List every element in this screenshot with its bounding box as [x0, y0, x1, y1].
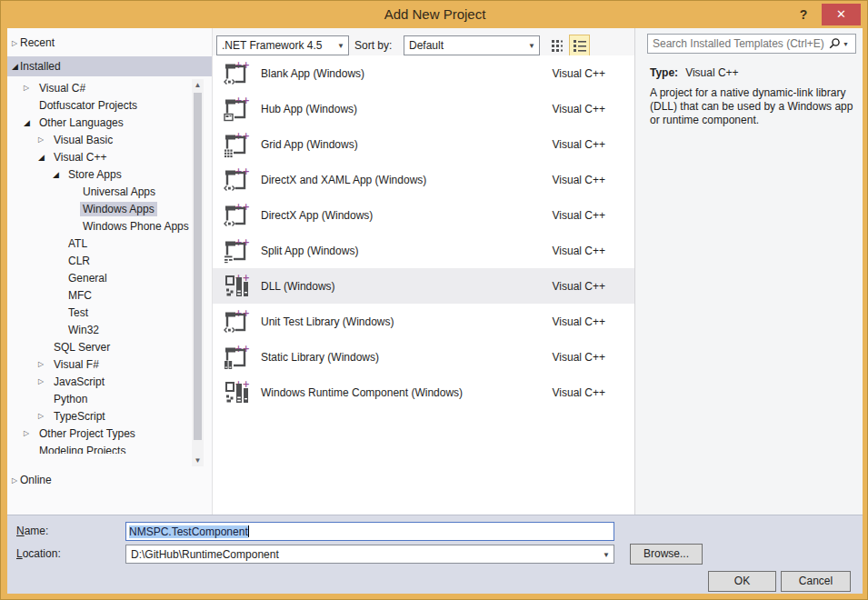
template-row[interactable]: ++ Split App (Windows)Visual C++: [213, 233, 634, 268]
template-row[interactable]: ++ Static Library (Windows)Visual C++: [213, 339, 634, 375]
chevron-down-icon: ▼: [337, 42, 344, 50]
template-name: Hub App (Windows): [261, 103, 553, 115]
collapse-arrow-icon[interactable]: ◢: [24, 118, 36, 127]
template-row[interactable]: ++ DirectX and XAML App (Windows)Visual …: [213, 162, 634, 197]
location-label: Location:: [16, 547, 61, 560]
sidebar-item-visual-basic[interactable]: ▷Visual Basic: [7, 131, 191, 148]
collapse-arrow-icon[interactable]: ◢: [53, 170, 65, 179]
template-language: Visual C++: [553, 315, 605, 328]
sidebar-item-javascript[interactable]: ▷JavaScript: [7, 373, 191, 390]
sidebar-item-online[interactable]: ▷ Online: [7, 471, 212, 489]
sidebar-item-label: Windows Phone Apps: [80, 219, 191, 234]
template-row[interactable]: ++ Unit Test Library (Windows)Visual C++: [213, 304, 634, 339]
expand-arrow-icon[interactable]: ▷: [38, 135, 51, 144]
template-row[interactable]: ++ Windows Runtime Component (Windows)Vi…: [213, 375, 634, 410]
sidebar-item-label: Store Apps: [65, 167, 125, 182]
sidebar-item-test[interactable]: Test: [7, 304, 191, 321]
sidebar-item-universal-apps[interactable]: Universal Apps: [7, 183, 191, 200]
sidebar-item-recent[interactable]: ▷ Recent: [7, 34, 212, 52]
sidebar-item-atl[interactable]: ATL: [7, 235, 191, 252]
framework-dropdown[interactable]: .NET Framework 4.5 ▼: [216, 35, 349, 55]
template-language: Visual C++: [553, 209, 605, 222]
template-language: Visual C++: [553, 103, 605, 115]
staticlib-template-icon: ++: [224, 344, 251, 371]
template-row[interactable]: ++ DirectX App (Windows)Visual C++: [213, 197, 634, 233]
svg-text:++: ++: [234, 166, 250, 176]
search-icon-wrap[interactable]: ▼: [828, 37, 855, 50]
svg-text:++: ++: [234, 237, 250, 247]
sidebar-item-typescript[interactable]: ▷TypeScript: [7, 407, 191, 425]
framework-dropdown-value: .NET Framework 4.5: [222, 39, 322, 52]
name-label: Name:: [16, 525, 48, 537]
sidebar-item-installed[interactable]: ◢ Installed: [7, 56, 212, 76]
category-tree-panel: ▷ Recent ◢ Installed ▷Visual C#Dotfuscat…: [7, 28, 212, 515]
template-row[interactable]: ++ DLL (Windows)Visual C++: [213, 268, 634, 304]
sidebar-item-label: Win32: [65, 323, 102, 337]
sort-dropdown[interactable]: Default ▼: [404, 35, 540, 55]
app-template-icon: ++: [224, 166, 251, 194]
template-row[interactable]: ++ Blank App (Windows)Visual C++: [213, 55, 634, 91]
split-template-icon: ++: [224, 237, 251, 265]
collapse-arrow-icon[interactable]: ◢: [7, 62, 20, 71]
template-row[interactable]: ++ Hub App (Windows)Visual C++: [213, 91, 634, 126]
location-dropdown[interactable]: D:\GitHub\RuntimeComponent ▼: [125, 545, 614, 564]
sidebar-item-label: SQL Server: [51, 340, 113, 355]
sidebar-item-win32[interactable]: Win32: [7, 321, 191, 338]
expand-arrow-icon[interactable]: ▷: [7, 39, 20, 47]
sidebar-item-label: Universal Apps: [80, 185, 158, 199]
collapse-arrow-icon[interactable]: ◢: [38, 153, 51, 162]
sidebar-item-windows-apps[interactable]: Windows Apps: [7, 200, 191, 217]
sidebar-item-other-languages[interactable]: ◢Other Languages: [7, 114, 191, 131]
browse-button[interactable]: Browse...: [630, 544, 703, 565]
template-type-line: Type:Visual C++: [650, 66, 739, 79]
scrollbar-thumb[interactable]: [194, 93, 202, 440]
sidebar-item-clr[interactable]: CLR: [7, 252, 191, 269]
template-name: Static Library (Windows): [261, 351, 553, 364]
sort-dropdown-value: Default: [409, 39, 444, 52]
dialog-title: Add New Project: [1, 6, 868, 22]
sidebar-item-label: Dotfuscator Projects: [36, 98, 140, 113]
list-view-button[interactable]: [569, 35, 590, 56]
svg-text:++: ++: [234, 131, 250, 141]
expand-arrow-icon[interactable]: ▷: [38, 377, 51, 385]
search-box[interactable]: ▼: [647, 34, 856, 54]
cancel-button[interactable]: Cancel: [781, 571, 851, 592]
sidebar-item-visual-c-[interactable]: ◢Visual C++: [7, 148, 191, 165]
project-name-input[interactable]: NMSPC.TestComponent: [125, 522, 614, 541]
expand-arrow-icon[interactable]: ▷: [24, 429, 36, 437]
sidebar-item-windows-phone-apps[interactable]: Windows Phone Apps: [7, 217, 191, 235]
expand-arrow-icon[interactable]: ▷: [24, 84, 36, 92]
tree-scrollbar[interactable]: ▲ ▼: [192, 79, 204, 466]
sidebar-item-modeling-projects[interactable]: Modeling Projects: [7, 442, 191, 454]
search-input[interactable]: [648, 37, 828, 50]
sidebar-item-general[interactable]: General: [7, 269, 191, 286]
title-bar[interactable]: Add New Project ? ✕: [1, 1, 868, 28]
sidebar-item-label: Other Languages: [36, 115, 126, 130]
template-description: A project for a native dynamic-link libr…: [650, 86, 853, 127]
sidebar-item-other-project-types[interactable]: ▷Other Project Types: [7, 425, 191, 442]
help-icon[interactable]: ?: [794, 5, 813, 24]
sidebar-item-label: Visual C++: [51, 150, 109, 165]
scroll-down-icon[interactable]: ▼: [192, 455, 204, 466]
sidebar-item-store-apps[interactable]: ◢Store Apps: [7, 165, 191, 183]
scroll-up-icon[interactable]: ▲: [192, 79, 204, 91]
sidebar-item-visual-f-[interactable]: ▷Visual F#: [7, 355, 191, 373]
dialog-content: ▷ Recent ◢ Installed ▷Visual C#Dotfuscat…: [7, 28, 863, 594]
close-button[interactable]: ✕: [822, 4, 861, 25]
template-row[interactable]: ++ Grid App (Windows)Visual C++: [213, 126, 634, 162]
expand-arrow-icon[interactable]: ▷: [38, 360, 51, 368]
sidebar-item-mfc[interactable]: MFC: [7, 286, 191, 304]
medium-icons-view-button[interactable]: [547, 35, 568, 56]
sidebar-item-dotfuscator-projects[interactable]: Dotfuscator Projects: [7, 96, 191, 114]
sidebar-item-visual-c-[interactable]: ▷Visual C#: [7, 79, 191, 96]
sidebar-item-label: Installed: [20, 60, 61, 73]
sidebar-item-label: Python: [51, 392, 90, 406]
name-value-selected: NMSPC.TestComponent: [129, 525, 248, 538]
sidebar-item-sql-server[interactable]: SQL Server: [7, 338, 191, 355]
template-name: Unit Test Library (Windows): [261, 315, 553, 328]
template-language: Visual C++: [553, 351, 605, 364]
expand-arrow-icon[interactable]: ▷: [38, 412, 51, 420]
ok-button[interactable]: OK: [708, 571, 776, 592]
sidebar-item-python[interactable]: Python: [7, 390, 191, 407]
expand-arrow-icon[interactable]: ▷: [7, 476, 20, 485]
